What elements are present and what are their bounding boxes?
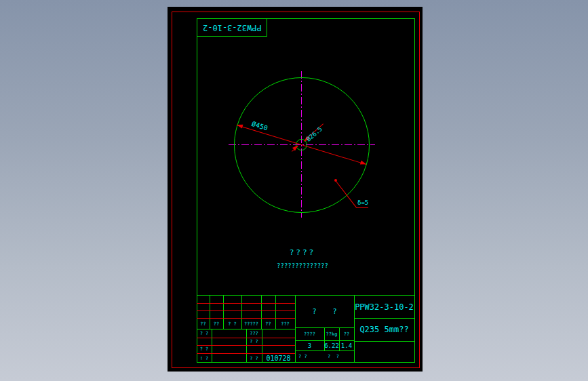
middle-bottom-left: ? ? — [298, 354, 307, 359]
title-block: ?? ?? ? ? ????? ?? ??? ? ? ??? ? ? ? ? !… — [197, 295, 414, 363]
middle-title-cell: ? ? — [295, 296, 354, 327]
grid-line — [295, 350, 354, 351]
grid-line-red — [197, 318, 295, 319]
revision-header-cell: ????? — [241, 320, 261, 328]
signature-label: ? ? — [197, 345, 212, 353]
center-note-line2: ?????????????? — [235, 262, 370, 269]
grid-line-red — [197, 310, 295, 311]
middle-bottom-right: ? ? — [328, 354, 339, 359]
material-spec-cell: Q235 5mm?? — [354, 318, 414, 341]
qty-header-cell: ???? — [295, 327, 324, 340]
mirrored-title-box: PPW32-3-10-2 — [197, 18, 267, 37]
revision-header-cell: ? ? — [223, 320, 241, 328]
grid-line — [212, 329, 212, 363]
scale-value-cell: 1.4 — [339, 340, 354, 350]
signature-label: ? ? — [197, 329, 212, 338]
revision-header-cell: ?? — [197, 320, 210, 328]
grid-line-red — [197, 303, 295, 304]
signature-label: ? ? — [246, 338, 262, 345]
revision-header-cell: ?? — [261, 320, 275, 328]
signature-date: 010728 — [262, 354, 295, 363]
revision-header-cell: ??? — [275, 320, 295, 328]
signature-label: ??? — [246, 329, 262, 338]
grid-line — [354, 341, 414, 342]
revision-header-cell: ?? — [210, 320, 223, 328]
thickness-leader-underline — [357, 207, 368, 208]
center-note-line1: ???? — [235, 248, 370, 257]
scale-header-cell: ?? — [339, 327, 354, 340]
signature-label: ! ? — [197, 354, 212, 363]
weight-value-cell: 6.22 — [324, 340, 339, 350]
mirrored-title-text: PPW32-3-10-2 — [203, 23, 262, 33]
qty-value-cell: 3 — [295, 340, 324, 350]
weight-header-cell: ??kg — [324, 327, 339, 340]
part-number-cell: PPW32-3-10-2 — [354, 296, 414, 318]
dim-label-thickness: δ=5 — [357, 199, 368, 206]
signature-label: ? ? — [246, 354, 262, 363]
cad-drawing-canvas: PPW32-3-10-2 Ø450 Ø26.5 δ=5 ???? ???????… — [168, 7, 423, 372]
